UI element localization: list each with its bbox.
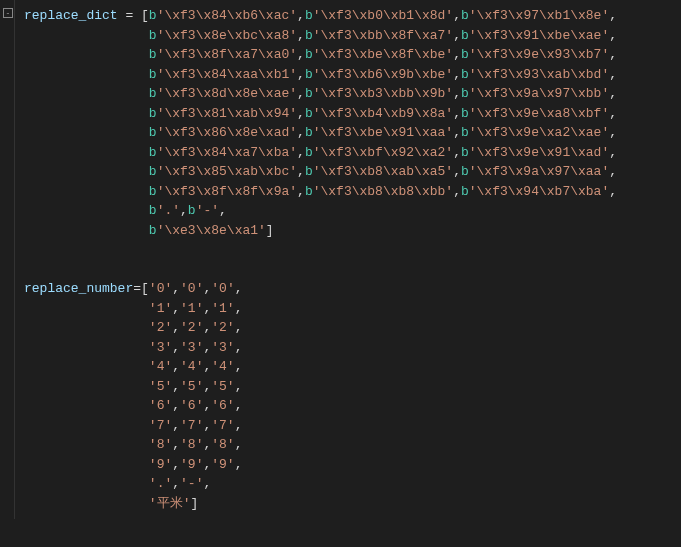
editor-gutter: - bbox=[0, 0, 15, 519]
fold-icon[interactable]: - bbox=[3, 8, 13, 18]
code-editor[interactable]: - replace_dict = [b'\xf3\x84\xb6\xac',b'… bbox=[0, 0, 681, 519]
code-area[interactable]: replace_dict = [b'\xf3\x84\xb6\xac',b'\x… bbox=[0, 0, 681, 519]
